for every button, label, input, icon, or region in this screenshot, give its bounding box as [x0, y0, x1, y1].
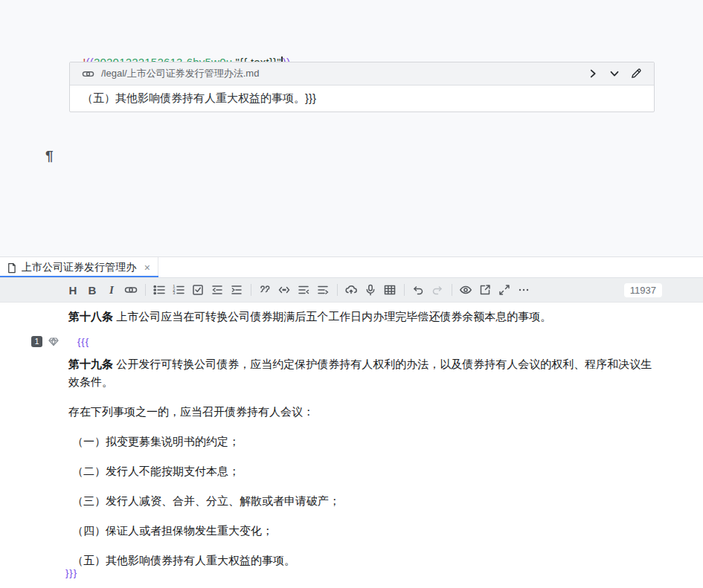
toolbar-separator: [251, 284, 251, 296]
undo-icon[interactable]: [411, 282, 426, 297]
redo-icon[interactable]: [430, 282, 445, 297]
article-18-label: 第十八条: [68, 310, 113, 323]
fullscreen-icon[interactable]: [497, 282, 512, 297]
more-icon[interactable]: [516, 282, 531, 297]
list-item-2[interactable]: （二）发行人不能按期支付本息；: [72, 462, 240, 480]
gutter-number-badge[interactable]: 1: [31, 336, 42, 347]
embed-result-card: /legal/上市公司证券发行管理办法.md （五）其: [69, 62, 655, 112]
paragraph-intro[interactable]: 存在下列事项之一的，应当召开债券持有人会议：: [68, 403, 664, 421]
upload-icon[interactable]: [344, 282, 359, 297]
paragraph-article-18[interactable]: 第十八条 上市公司应当在可转换公司债券期满后五个工作日内办理完毕偿还债券余额本息…: [68, 308, 664, 326]
embed-file-path[interactable]: /legal/上市公司证券发行管理办法.md: [101, 67, 259, 80]
unordered-list-icon[interactable]: [152, 282, 167, 297]
open-in-new-window-icon[interactable]: [478, 282, 492, 297]
toolbar-separator: [337, 284, 338, 296]
article-19-text: 公开发行可转换公司债券，应当约定保护债券持有人权利的办法，以及债券持有人会议的权…: [68, 358, 652, 388]
tab-close-icon[interactable]: ×: [143, 262, 152, 274]
heading-icon[interactable]: H: [65, 282, 80, 297]
word-count-badge: 11937: [624, 283, 662, 297]
toolbar-separator: [404, 284, 405, 296]
tab-title: 上市公司证券发行管理办: [22, 261, 138, 274]
block-gem-icon[interactable]: [48, 335, 60, 347]
embed-header-actions: [585, 66, 643, 81]
embed-result-content[interactable]: （五）其他影响债券持有人重大权益的事项。}}}: [70, 85, 654, 112]
toolbar-separator: [145, 284, 146, 296]
document-icon: [6, 262, 17, 274]
superblock-open-row: 1 {{{: [31, 335, 89, 348]
pilcrow-mark: ¶: [45, 148, 54, 164]
embed-result-header: /legal/上市公司证券发行管理办法.md: [70, 62, 654, 85]
ordered-list-icon[interactable]: 123: [171, 282, 186, 297]
task-list-icon[interactable]: [190, 282, 205, 297]
toolbar-separator: [452, 284, 452, 296]
list-item-1[interactable]: （一）拟变更募集说明书的约定；: [72, 433, 240, 450]
link-icon[interactable]: [123, 282, 138, 297]
svg-text:3: 3: [173, 291, 175, 295]
list-item-4[interactable]: （四）保证人或者担保物发生重大变化；: [72, 522, 273, 540]
indent-icon[interactable]: [229, 282, 244, 297]
superblock-open-marker: {{{: [77, 336, 89, 347]
link-icon: [80, 66, 95, 81]
inline-code-icon[interactable]: [277, 282, 292, 297]
edit-pencil-icon[interactable]: [629, 66, 643, 81]
table-icon[interactable]: [382, 282, 397, 297]
tab-bar: 上市公司证券发行管理办 ×: [0, 256, 703, 277]
list-item-5[interactable]: （五）其他影响债券持有人重大权益的事项。: [72, 552, 295, 569]
list-item-3[interactable]: （三）发行人减资、合并、分立、解散或者申请破产；: [72, 492, 340, 510]
italic-icon[interactable]: I: [104, 282, 119, 297]
quote-icon[interactable]: [257, 282, 272, 297]
outdent-icon[interactable]: [210, 282, 225, 297]
article-19-label: 第十九条: [68, 358, 113, 370]
format-toolbar: H B I 123: [0, 277, 703, 303]
chevron-down-icon[interactable]: [607, 66, 622, 81]
paragraph-article-19[interactable]: 第十九条 公开发行可转换公司债券，应当约定保护债券持有人权利的办法，以及债券持有…: [68, 355, 659, 391]
embed-edit-pane: !((20201222152613-6bv5w0u "{{.text}}")) …: [0, 0, 703, 256]
document-editor[interactable]: 第十八条 上市公司应当在可转换公司债券期满后五个工作日内办理完毕偿还债券余额本息…: [0, 303, 703, 588]
insert-before-icon[interactable]: [296, 282, 311, 297]
insert-after-icon[interactable]: [315, 282, 330, 297]
chevron-right-icon[interactable]: [585, 66, 600, 81]
embed-result-text: （五）其他影响债券持有人重大权益的事项。}}}: [82, 91, 316, 106]
app-window: !((20201222152613-6bv5w0u "{{.text}}")) …: [0, 0, 703, 588]
tab-document[interactable]: 上市公司证券发行管理办 ×: [0, 257, 158, 278]
article-18-text: 上市公司应当在可转换公司债券期满后五个工作日内办理完毕偿还债券余额本息的事项。: [113, 310, 551, 323]
superblock-close-marker: }}}: [65, 567, 77, 578]
record-audio-icon[interactable]: [363, 282, 378, 297]
bold-icon[interactable]: B: [85, 282, 100, 297]
preview-icon[interactable]: [458, 282, 473, 297]
